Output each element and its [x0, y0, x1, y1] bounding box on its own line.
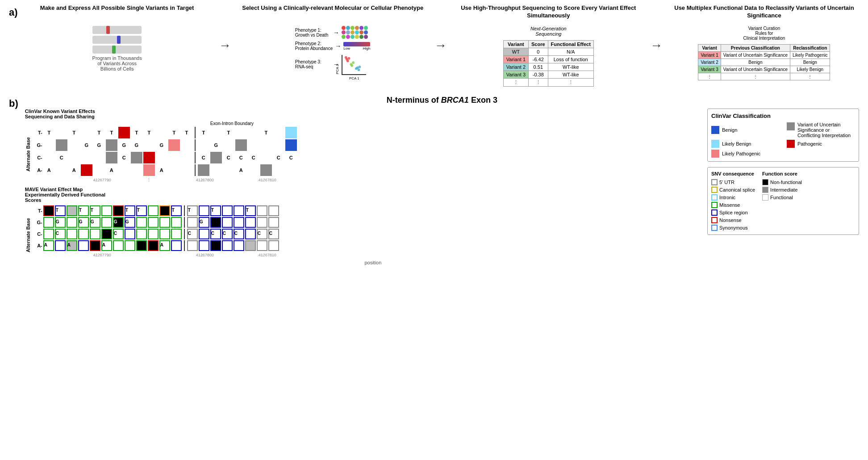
G-before: G G G G G	[43, 139, 192, 151]
row-v2-effect: WT-like	[548, 63, 593, 71]
upos15	[221, 178, 233, 182]
mave-G-11	[159, 217, 170, 228]
svg-point-1	[347, 57, 350, 60]
pheno1-label: Phenotype 1:Growth vs Death	[295, 28, 331, 38]
rrow-more-prev: ⋮	[721, 73, 790, 80]
mave-row-T: T- T T T T T	[33, 205, 703, 216]
mave-C-6	[101, 229, 112, 239]
snv-missense-label: Missense	[719, 202, 740, 208]
snv-synonymous: Synonymous	[711, 225, 755, 231]
row-v3-score: -0.38	[529, 71, 548, 79]
upos8	[131, 178, 142, 182]
mave-A-pa6	[245, 240, 256, 251]
C-pa1: C	[198, 152, 209, 163]
func-functional: Functional	[762, 194, 802, 201]
snv-canonical: Canonical splice	[711, 187, 755, 193]
mave-A-pa1	[187, 240, 198, 251]
mave-C-label: C-	[33, 231, 42, 237]
A-pa7	[273, 164, 284, 176]
lower-section-title: MAVE Variant Effect MapExperimentally De…	[25, 187, 114, 203]
likely-pathogenic-label: Likely Pathogenic	[722, 151, 760, 156]
G-pa3	[223, 139, 234, 151]
snv-splice-swatch	[711, 209, 718, 216]
mave-T-pa8	[268, 205, 279, 216]
G-pa6	[260, 139, 272, 151]
mave-A-before: A A A A	[43, 240, 182, 251]
upos11	[168, 178, 180, 182]
mave-C-5	[90, 229, 100, 239]
row-v2-score: 0.51	[529, 63, 548, 71]
mave-G-5: G	[90, 217, 100, 228]
G-pa5	[248, 139, 259, 151]
G-pa1	[198, 139, 209, 151]
b-title: N-terminus of BRCA1 Exon 3	[25, 96, 859, 105]
upper-row-A: A- A A A	[33, 164, 703, 176]
mave-T-8: T	[125, 205, 135, 216]
C-pa8: C	[285, 152, 297, 163]
base-G-label: G-	[33, 142, 42, 148]
upper-side-label: Alternate Base	[25, 137, 31, 171]
step4-block: Use Multiplex Functional Data to Reclass…	[669, 4, 859, 80]
step1-block: Make and Express All Possible Single Var…	[22, 4, 212, 71]
upos14	[209, 178, 220, 182]
lower-rows: T- T T T T T	[33, 205, 703, 265]
snv-splice-region: Splice region	[711, 209, 755, 216]
A-pa1-gray	[198, 164, 209, 176]
upos1	[43, 178, 55, 182]
mave-G-after: G	[187, 217, 279, 228]
C-pos2: C	[56, 152, 67, 163]
row-wt-effect: N/A	[548, 48, 593, 56]
nonfunctional-label: Non-functional	[770, 180, 802, 185]
legend-likely-pathogenic: Likely Pathogenic	[711, 150, 780, 158]
snv-canonical-label: Canonical splice	[719, 187, 755, 192]
upos10	[156, 178, 167, 182]
row-v3-effect: WT-like	[548, 71, 593, 79]
legend-vus: Variant of UncertainSignificance orConfl…	[787, 122, 855, 138]
mave-A-8	[125, 240, 135, 251]
mave-row-A: A- A A A	[33, 240, 703, 251]
mave-A-1: A	[43, 240, 54, 251]
likely-benign-label: Likely Benign	[722, 141, 751, 146]
mave-C-12	[171, 229, 182, 239]
G-pa7	[273, 139, 284, 151]
svg-point-9	[352, 61, 355, 64]
snv-synonymous-label: Synonymous	[719, 225, 748, 230]
pheno2-visual: Low High	[343, 42, 370, 50]
svg-point-6	[357, 69, 360, 71]
mave-T-pa7	[257, 205, 267, 216]
mave-A-4	[78, 240, 89, 251]
G-pos12	[181, 139, 192, 151]
mave-T-7	[113, 205, 124, 216]
mave-G-8: G	[125, 217, 135, 228]
mave-C-pa3: C	[210, 229, 221, 239]
arrow-2: →	[434, 38, 447, 53]
b-legend-area: ClinVar Classification Benign Variant of…	[707, 109, 859, 265]
panel-b-content: N-terminus of BRCA1 Exon 3 ClinVar Known…	[25, 96, 859, 265]
mave-G-label: G-	[33, 220, 42, 225]
G-pos9	[143, 139, 155, 151]
rrow-v3-prev: Variant of Uncertain Significance	[721, 66, 790, 73]
mave-C-boundary	[184, 229, 185, 239]
snv-5utr-label: 5′ UTR	[719, 180, 734, 185]
rcol-variant: Variant	[698, 45, 721, 52]
lower-grid-container: Alternate Base T- T T T	[25, 205, 703, 265]
mave-C-3	[67, 229, 77, 239]
mave-C-7: C	[113, 229, 124, 239]
snv-consequence-col: SNV consequence 5′ UTR Canonical splice	[711, 171, 755, 231]
position-axis-label: position	[33, 260, 703, 265]
C-pos3	[68, 152, 80, 163]
step3-title: Use High-Throughput Sequencing to Score …	[454, 4, 643, 22]
mave-G-pa8	[268, 217, 279, 228]
vus-swatch	[787, 122, 795, 130]
b-main-area: ClinVar Known Variant EffectsSequencing …	[25, 109, 859, 265]
dna-strand-1	[92, 26, 142, 34]
A-pa6-gray	[260, 164, 272, 176]
ngs-table: Variant Score Functional Effect WT 0 N/A	[503, 40, 594, 87]
mave-G-pa3-black	[210, 217, 221, 228]
T-pos1: T	[43, 127, 55, 138]
mave-T-pa5	[234, 205, 244, 216]
A-pos6: A	[106, 164, 117, 176]
mave-T-10	[148, 205, 159, 216]
mave-A-9	[136, 240, 147, 251]
G-pa4-gray	[235, 139, 247, 151]
